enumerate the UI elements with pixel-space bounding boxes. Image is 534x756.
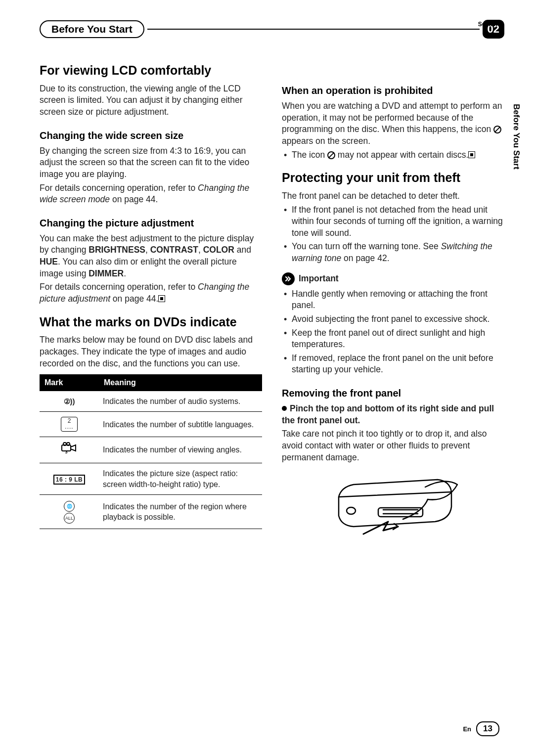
heading-lcd: For viewing LCD comfortably [40,62,262,79]
col-meaning: Meaning [99,374,262,391]
para-wide-2: For details concerning operation, refer … [40,182,262,206]
breadcrumb-tab: Before You Start [40,20,144,38]
heading-wide: Changing the wide screen size [40,129,262,142]
viewing-angles-icon: 3 [61,448,78,456]
para-pic-1: You can make the best adjustment to the … [40,233,262,280]
para-marks: The marks below may be found on DVD disc… [40,334,262,369]
meaning-cell: Indicates the number of the region where… [99,495,262,529]
list-item: If the front panel is not detached from … [282,204,504,239]
audio-systems-icon: ②)) [64,397,75,406]
column-right: When an operation is prohibited When you… [282,53,504,541]
important-icon [282,272,295,285]
meaning-cell: Indicates the number of viewing angles. [99,437,262,463]
step-bullet-icon [282,406,287,411]
important-label: Important [299,273,339,285]
meaning-cell: Indicates the picture size (aspect ratio… [99,463,262,494]
section-label: Section [478,21,499,28]
para-wide-1: By changing the screen size from 4:3 to … [40,145,262,180]
list-item: If removed, replace the front panel on t… [282,353,504,376]
list-item: The icon may not appear with certain dis… [282,149,504,161]
table-row: 2.... Indicates the number of subtitle l… [40,412,262,437]
heading-theft: Protecting your unit from theft [282,170,504,186]
front-panel-illustration [324,472,462,541]
para-theft: The front panel can be detached to deter… [282,190,504,202]
para-prohibited: When you are watching a DVD and attempt … [282,100,504,147]
region-number-icon: 🌐 ALL [64,501,75,524]
table-row: ②)) Indicates the number of audio system… [40,391,262,412]
side-tab: Before You Start [511,104,521,170]
heading-removing: Removing the front panel [282,387,504,400]
meaning-cell: Indicates the number of audio systems. [99,391,262,412]
step-1: Pinch the top and bottom of its right si… [282,403,504,426]
table-row: 🌐 ALL Indicates the number of the region… [40,495,262,529]
svg-point-2 [67,443,70,445]
aspect-ratio-icon: 16 : 9 LB [53,475,86,485]
page-header: Before You Start 02 [40,20,504,39]
marks-table: Mark Meaning ②)) Indicates the number of… [40,374,262,529]
heading-picture-adjustment: Changing the picture adjustment [40,217,262,230]
footer-page-number: 13 [476,721,499,736]
page-footer: En 13 [463,721,499,736]
header-divider [147,29,480,30]
footer-lang: En [463,725,471,733]
heading-prohibited: When an operation is prohibited [282,84,504,97]
subtitle-languages-icon: 2.... [61,417,77,432]
prohibit-icon [493,126,501,133]
heading-marks: What the marks on DVDs indicate [40,314,262,331]
prohibit-icon [327,151,335,159]
para-removing: Take care not pinch it too tightly or to… [282,428,504,463]
svg-point-4 [347,507,356,514]
col-mark: Mark [40,374,99,391]
end-section-icon [468,151,475,158]
table-row: 3 Indicates the number of viewing angles… [40,437,262,463]
column-left: For viewing LCD comfortably Due to its c… [40,53,262,541]
end-section-icon [158,295,165,302]
para-pic-2: For details concerning operation, refer … [40,281,262,305]
list-item: Keep the front panel out of direct sunli… [282,327,504,351]
list-item: You can turn off the warning tone. See S… [282,241,504,264]
list-item: Avoid subjecting the front panel to exce… [282,313,504,325]
table-row: 16 : 9 LB Indicates the picture size (as… [40,463,262,494]
para-lcd: Due to its construction, the viewing ang… [40,83,262,118]
meaning-cell: Indicates the number of subtitle languag… [99,412,262,437]
list-item: Handle gently when removing or attaching… [282,288,504,311]
svg-point-1 [63,443,66,445]
svg-text:3: 3 [65,449,67,454]
